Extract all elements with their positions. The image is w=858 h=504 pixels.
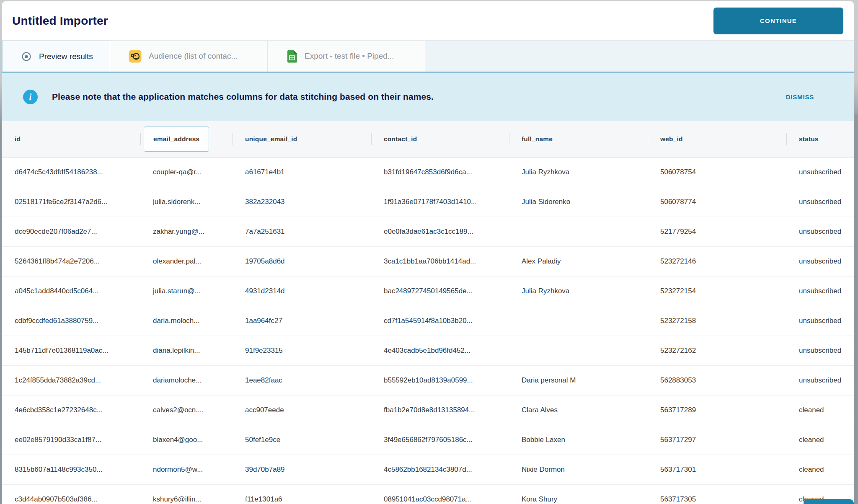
table-cell-full_name: Julia Sidorenko bbox=[509, 198, 648, 206]
table-cell-id: ee02e8579190d33ca1f87... bbox=[2, 436, 140, 444]
table-cell-web_id: 563717305 bbox=[648, 495, 786, 504]
table-cell-status: cleaned bbox=[786, 406, 854, 414]
table-cell-contact_id: e0e0fa3dae61ac3c1cc189... bbox=[371, 227, 509, 236]
table-cell-unique_email_id: a61671e4b1 bbox=[233, 168, 371, 176]
table-cell-unique_email_id: 7a7a251631 bbox=[233, 227, 371, 236]
table-row: d6474c5c43dfdf54186238...coupler-qa@r...… bbox=[2, 158, 854, 187]
table-body: d6474c5c43dfdf54186238...coupler-qa@r...… bbox=[2, 158, 854, 504]
table-cell-web_id: 506078754 bbox=[648, 168, 786, 176]
table-header-row: idemail_addressunique_email_idcontact_id… bbox=[2, 121, 854, 158]
info-icon: i bbox=[23, 90, 38, 104]
table-cell-unique_email_id: 19705a8d6d bbox=[233, 257, 371, 266]
table-cell-web_id: 523272146 bbox=[648, 257, 786, 266]
table-row: 5264361ff8b474a2e7206...olexander.pal...… bbox=[2, 247, 854, 277]
table-cell-full_name: Nixie Dormon bbox=[509, 465, 648, 474]
table-cell-unique_email_id: 1aa964fc27 bbox=[233, 317, 371, 325]
table-row: ee02e8579190d33ca1f87...blaxen4@goo...50… bbox=[2, 425, 854, 455]
table-cell-contact_id: 4e403cadb5e1bd96fd452... bbox=[371, 346, 509, 355]
table-cell-id: c3d44ab0907b503af386... bbox=[2, 495, 140, 504]
column-header-id[interactable]: id bbox=[2, 121, 140, 157]
table-cell-web_id: 523272154 bbox=[648, 287, 786, 295]
table-cell-status: cleaned bbox=[786, 465, 854, 474]
table-cell-full_name: Alex Paladiy bbox=[509, 257, 648, 266]
table-cell-web_id: 562883053 bbox=[648, 376, 786, 385]
table-cell-email_address: zakhar.yung@... bbox=[140, 227, 233, 236]
table-cell-full_name: Kora Shury bbox=[509, 495, 648, 504]
info-banner: i Please note that the application match… bbox=[2, 72, 854, 121]
tab-bar-filler bbox=[425, 41, 854, 72]
tab-audience[interactable]: Audience (list of contac... bbox=[110, 41, 268, 72]
table-cell-web_id: 563717297 bbox=[648, 436, 786, 444]
eye-icon bbox=[21, 51, 32, 62]
table-cell-email_address: dariamoloche... bbox=[140, 376, 233, 385]
vertical-scrollbar-thumb[interactable] bbox=[855, 114, 858, 504]
column-header-contact_id[interactable]: contact_id bbox=[371, 121, 509, 157]
column-header-full_name[interactable]: full_name bbox=[509, 121, 648, 157]
table-cell-full_name: Julia Ryzhkova bbox=[509, 287, 648, 295]
table-cell-unique_email_id: 382a232043 bbox=[233, 198, 371, 206]
table-cell-contact_id: b31fd19647c853d6f9d6ca... bbox=[371, 168, 509, 176]
table-row: 4e6cbd358c1e27232648c...calves2@ocn....a… bbox=[2, 395, 854, 425]
mailchimp-icon bbox=[129, 50, 142, 63]
table-cell-status: unsubscribed bbox=[786, 257, 854, 266]
table-cell-status: unsubscribed bbox=[786, 227, 854, 236]
column-header-email_address[interactable]: email_address bbox=[140, 121, 233, 157]
table-cell-email_address: ndormon5@w... bbox=[140, 465, 233, 474]
tab-bar: Preview results Audience (list of contac… bbox=[2, 41, 854, 72]
table-cell-id: cdbf9ccdfed61a3880759... bbox=[2, 317, 140, 325]
table-row: 145b711df7e01368119a0ac...diana.lepilkin… bbox=[2, 336, 854, 366]
table-cell-id: 8315b607a1148c993c350... bbox=[2, 465, 140, 474]
table-cell-status: unsubscribed bbox=[786, 317, 854, 325]
table-cell-contact_id: bac2489727450149565de... bbox=[371, 287, 509, 295]
table-row: c3d44ab0907b503af386...kshury6@illin...f… bbox=[2, 485, 854, 504]
column-header-unique_email_id[interactable]: unique_email_id bbox=[233, 121, 371, 157]
table-cell-status: unsubscribed bbox=[786, 376, 854, 385]
tab-preview-results[interactable]: Preview results bbox=[2, 41, 110, 72]
table-cell-id: a045c1add8440cd5c064... bbox=[2, 287, 140, 295]
tab-export[interactable]: Export - test file • Piped... bbox=[268, 41, 425, 72]
table-cell-id: 4e6cbd358c1e27232648c... bbox=[2, 406, 140, 414]
highlighted-column-box: email_address bbox=[144, 127, 209, 152]
horizontal-scrollbar-thumb[interactable] bbox=[804, 499, 854, 504]
table-row: 1c24f855dda73882a39cd...dariamoloche...1… bbox=[2, 366, 854, 395]
tab-label: Preview results bbox=[39, 52, 93, 61]
importer-window: Untitled Importer CONTINUE Preview resul… bbox=[2, 1, 854, 504]
table-cell-web_id: 506078774 bbox=[648, 198, 786, 206]
table-row: cdbf9ccdfed61a3880759...daria.moloch...1… bbox=[2, 306, 854, 336]
table-cell-web_id: 523272162 bbox=[648, 346, 786, 355]
table-cell-id: dce90ecde207f06ad2e7... bbox=[2, 227, 140, 236]
tab-label: Export - test file • Piped... bbox=[305, 52, 394, 61]
tab-label: Audience (list of contac... bbox=[149, 52, 238, 61]
column-header-web_id[interactable]: web_id bbox=[648, 121, 786, 157]
table-cell-contact_id: 1f91a36e07178f7403d1410... bbox=[371, 198, 509, 206]
column-header-status[interactable]: status bbox=[786, 121, 854, 157]
table-cell-web_id: 521779254 bbox=[648, 227, 786, 236]
table-row: 02518171fe6ce2f3147a2d6...julia.sidorenk… bbox=[2, 187, 854, 217]
table-cell-id: 02518171fe6ce2f3147a2d6... bbox=[2, 198, 140, 206]
table-row: a045c1add8440cd5c064...julia.starun@...4… bbox=[2, 277, 854, 306]
table-cell-contact_id: cd7f1a545914f8a10b3b20... bbox=[371, 317, 509, 325]
dismiss-button[interactable]: DISMISS bbox=[786, 93, 814, 101]
table-cell-email_address: olexander.pal... bbox=[140, 257, 233, 266]
table-cell-email_address: julia.starun@... bbox=[140, 287, 233, 295]
table-cell-full_name: Daria personal M bbox=[509, 376, 648, 385]
table-cell-email_address: coupler-qa@r... bbox=[140, 168, 233, 176]
table-cell-unique_email_id: 50fef1e9ce bbox=[233, 436, 371, 444]
table-row: dce90ecde207f06ad2e7...zakhar.yung@...7a… bbox=[2, 217, 854, 247]
table-cell-full_name: Bobbie Laxen bbox=[509, 436, 648, 444]
table-cell-status: unsubscribed bbox=[786, 287, 854, 295]
table-row: 8315b607a1148c993c350...ndormon5@w...39d… bbox=[2, 455, 854, 485]
table-cell-email_address: kshury6@illin... bbox=[140, 495, 233, 504]
table-cell-email_address: daria.moloch... bbox=[140, 317, 233, 325]
table-cell-email_address: calves2@ocn.... bbox=[140, 406, 233, 414]
table-cell-unique_email_id: 91f9e23315 bbox=[233, 346, 371, 355]
table-cell-status: unsubscribed bbox=[786, 168, 854, 176]
continue-button[interactable]: CONTINUE bbox=[713, 8, 843, 34]
table-cell-id: d6474c5c43dfdf54186238... bbox=[2, 168, 140, 176]
table-cell-contact_id: 3f49e656862f797605186c... bbox=[371, 436, 509, 444]
table-cell-full_name: Clara Alves bbox=[509, 406, 648, 414]
table-cell-unique_email_id: 4931d2314d bbox=[233, 287, 371, 295]
table-cell-contact_id: 4c5862bb1682134c3807d... bbox=[371, 465, 509, 474]
table-cell-unique_email_id: f11e1301a6 bbox=[233, 495, 371, 504]
vertical-scrollbar[interactable] bbox=[854, 0, 858, 504]
